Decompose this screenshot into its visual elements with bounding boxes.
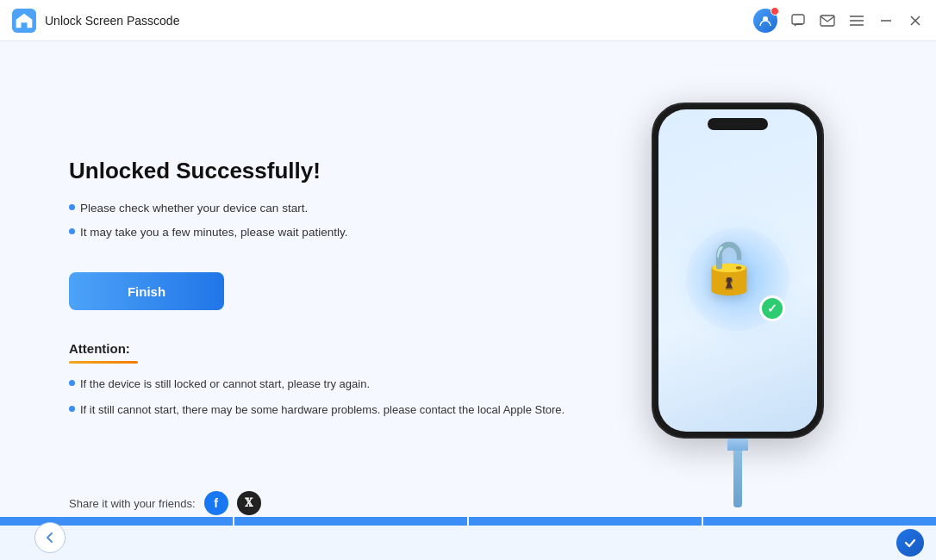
facebook-icon[interactable]: f — [204, 491, 228, 515]
mail-icon[interactable] — [819, 12, 836, 29]
success-title: Unlocked Successfully! — [69, 158, 591, 184]
bullet-points: Please check whether your device can sta… — [69, 200, 591, 249]
attention-dot-2 — [69, 406, 75, 412]
avatar-icon[interactable] — [753, 9, 777, 33]
attention-dot-1 — [69, 380, 75, 386]
title-controls — [753, 9, 924, 33]
chat-icon[interactable] — [789, 12, 807, 29]
bullet-item-2: It may take you a few minutes, please wa… — [69, 224, 591, 241]
phone-screen: 🔓 ✓ — [658, 109, 817, 432]
attention-section: Attention: If the device is still locked… — [69, 341, 591, 426]
cable-stem — [733, 451, 742, 507]
twitter-x-icon[interactable]: 𝕏 — [237, 491, 261, 515]
share-text: Share it with your friends: — [69, 497, 196, 510]
bullet-item-1: Please check whether your device can sta… — [69, 200, 591, 217]
svg-rect-3 — [821, 16, 834, 26]
phone-notch — [708, 118, 768, 130]
close-icon[interactable] — [907, 12, 924, 29]
progress-segment-1 — [0, 517, 233, 526]
share-row: Share it with your friends: f 𝕏 — [69, 491, 261, 515]
left-panel: Unlocked Successfully! Please check whet… — [69, 67, 591, 500]
attention-title: Attention: — [69, 341, 591, 356]
finish-button[interactable]: Finish — [69, 272, 224, 310]
cable-connector — [727, 439, 748, 451]
minimize-icon[interactable] — [877, 12, 895, 29]
title-text: Unlock Screen Passcode — [45, 14, 753, 28]
progress-segment-4 — [703, 517, 936, 526]
attention-underline — [69, 361, 138, 364]
title-bar: Unlock Screen Passcode — [0, 0, 936, 41]
attention-list: If the device is still locked or cannot … — [69, 376, 591, 418]
attention-item-1: If the device is still locked or cannot … — [69, 376, 591, 393]
right-panel: 🔓 ✓ — [591, 67, 884, 500]
bullet-dot-1 — [69, 204, 75, 210]
lock-success-icon: 🔓 ✓ — [699, 240, 777, 318]
usb-cable — [725, 439, 751, 507]
progress-bar — [0, 517, 936, 526]
lock-emoji: 🔓 — [699, 241, 759, 296]
phone-container: 🔓 ✓ — [643, 103, 833, 464]
attention-item-2: If it still cannot start, there may be s… — [69, 401, 591, 419]
svg-rect-2 — [792, 15, 804, 24]
progress-segment-2 — [234, 517, 467, 526]
back-button[interactable] — [34, 522, 66, 553]
progress-segment-3 — [469, 517, 702, 526]
menu-icon[interactable] — [848, 12, 865, 29]
home-icon[interactable] — [12, 9, 36, 33]
bullet-dot-2 — [69, 228, 75, 234]
phone-body: 🔓 ✓ — [652, 103, 824, 439]
check-badge: ✓ — [759, 296, 785, 321]
main-content: Unlocked Successfully! Please check whet… — [0, 41, 936, 517]
check-badge-corner — [896, 529, 924, 557]
